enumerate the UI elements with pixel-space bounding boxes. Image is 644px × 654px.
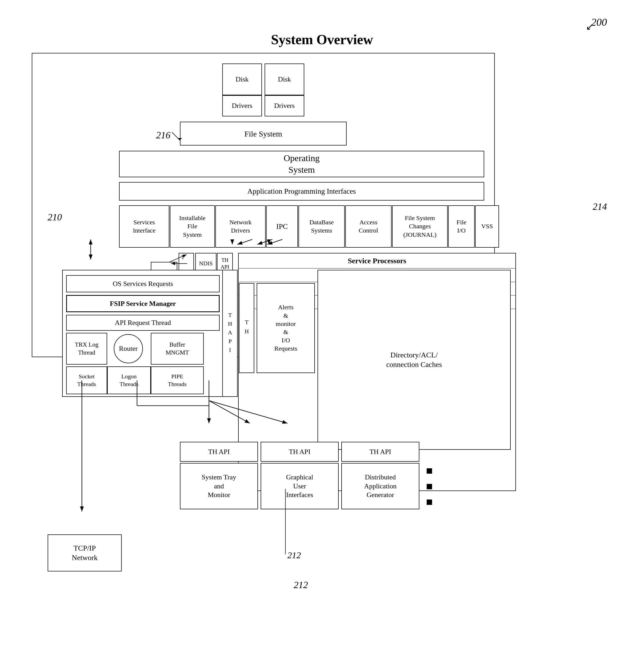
ref-214: 214 — [593, 201, 607, 212]
trx-log-box: TRX Log Thread — [66, 333, 107, 365]
logon-threads-box: Logon Threads — [107, 367, 151, 394]
drivers2-box: Drivers — [264, 95, 304, 116]
database-box: DataBase Systems — [298, 205, 345, 248]
alerts-box: Alerts & monitor & I/O Requests — [257, 283, 315, 373]
gui-box: Graphical User Interfaces — [261, 463, 339, 509]
access-control-box: Access Control — [345, 205, 392, 248]
disk2-box: Disk — [264, 64, 304, 95]
services-interface-box: Services Interface — [119, 205, 169, 248]
fsip-mgr-box: FSIP Service Manager — [66, 295, 220, 312]
th-sp-box: TH — [239, 283, 254, 373]
buffer-mngmt-box: Buffer MNGMT — [151, 333, 204, 365]
th-api-3-box: TH API — [341, 442, 419, 462]
filesystem-box: File System — [180, 122, 347, 145]
svg-marker-1 — [177, 138, 182, 140]
os-box: Operating System — [119, 151, 484, 177]
vss-box: VSS — [475, 205, 499, 248]
network-drivers-box: Network Drivers — [215, 205, 266, 248]
sp-title: Service Processors — [239, 254, 515, 268]
drivers1-box: Drivers — [222, 95, 262, 116]
thapi-big-box: THAPI — [222, 270, 237, 397]
arrow-216 — [151, 130, 183, 145]
router-circle: Router — [114, 334, 143, 363]
svg-text:212: 212 — [288, 550, 301, 560]
api-box: Application Programming Interfaces — [119, 182, 484, 201]
disk1-box: Disk — [222, 64, 262, 95]
system-tray-box: System Tray and Monitor — [180, 463, 258, 509]
diagram: Disk Disk Drivers Drivers File System 21… — [32, 53, 612, 622]
ref-212: 212 — [294, 579, 308, 590]
tcpip-box: TCP/IP Network — [48, 534, 122, 571]
ref-210: 210 — [48, 212, 62, 223]
th-api-1-box: TH API — [180, 442, 258, 462]
arrow-200: ↙ — [586, 21, 594, 32]
dir-acl-box: Directory/ACL/ connection Caches — [318, 270, 511, 450]
dist-app-box: Distributed Application Generator — [341, 463, 419, 509]
router-container: Router — [107, 333, 151, 365]
installable-fs-box: Installable File System — [170, 205, 215, 248]
api-thread-box: API Request Thread — [66, 315, 220, 331]
pipe-threads-box: PIPE Threads — [151, 367, 204, 394]
ipc-box: IPC — [266, 205, 298, 248]
file-io-box: File I/O — [448, 205, 475, 248]
th-api-2-box: TH API — [261, 442, 339, 462]
socket-threads-box: Socket Threads — [66, 367, 107, 394]
page-title: System Overview — [0, 32, 644, 47]
os-services-box: OS Services Requests — [66, 275, 220, 293]
dots-indicator: ■■■ — [426, 463, 434, 510]
fs-changes-box: File System Changes (JOURNAL) — [392, 205, 448, 248]
